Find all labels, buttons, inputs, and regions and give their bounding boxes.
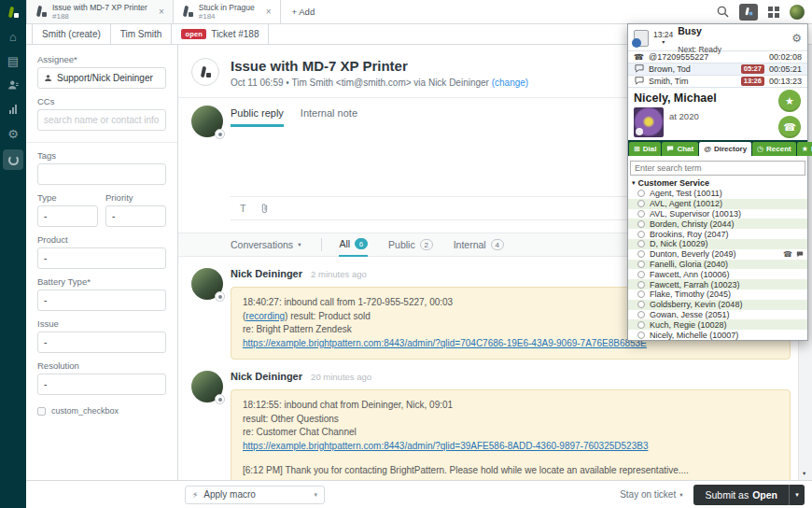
gear-icon: ⚙	[7, 127, 19, 141]
sidebar-item-admin[interactable]: ⚙	[0, 121, 26, 146]
directory-row[interactable]: Fawcett, Ann (10006)	[628, 269, 807, 279]
scroll-down-icon[interactable]: ▾	[803, 470, 805, 477]
session-row-call[interactable]: ☎ @17209555227 00:02:08	[628, 50, 807, 63]
radio-icon[interactable]	[637, 220, 645, 228]
chevron-down-icon[interactable]: ▾	[662, 39, 665, 46]
directory-row[interactable]: Fawcett, Farrah (10023)	[628, 279, 807, 289]
tab-public-reply[interactable]: Public reply	[231, 107, 284, 127]
agent-state-label[interactable]: Busy	[678, 25, 702, 36]
session-row-chat[interactable]: Brown, Tod 05:27 00:05:21	[628, 63, 807, 75]
ccs-input[interactable]	[37, 109, 166, 131]
conversations-tab-internal[interactable]: Internal 4	[454, 233, 504, 257]
issue-select[interactable]: -	[37, 332, 166, 353]
directory-row[interactable]: Gowan, Jesse (2051)	[628, 310, 807, 320]
subtab-smith-create[interactable]: Smith (create)	[32, 24, 111, 44]
widget-tab-recent[interactable]: ◷ Recent	[752, 142, 796, 156]
ticket-tab-188[interactable]: Issue with MD-7 XP Printer #188 ×	[26, 0, 174, 23]
directory-row[interactable]: D, Nick (10029)	[628, 239, 807, 249]
text-format-icon[interactable]: T	[240, 203, 246, 214]
favorite-contact-button[interactable]: ★	[778, 90, 801, 112]
radio-icon[interactable]	[637, 290, 645, 298]
admin-session-link[interactable]: https://example.brightpattern.com:8443/a…	[243, 440, 778, 454]
directory-row[interactable]: Dunton, Beverly (2049) ☎	[628, 249, 807, 260]
sidebar-item-home[interactable]: ⌂	[0, 24, 26, 49]
radio-icon[interactable]	[637, 332, 645, 339]
resolution-select[interactable]: -	[37, 374, 166, 395]
chevron-down-icon[interactable]: ▾	[298, 241, 301, 248]
gear-icon[interactable]: ⚙	[791, 32, 802, 45]
apply-macro-select[interactable]: ⚡ Apply macro ▾	[185, 486, 325, 504]
directory-row[interactable]: AVL, Supervisor (10013)	[628, 209, 807, 219]
sidebar-item-views[interactable]: ▤	[0, 49, 26, 73]
brightpattern-widget-toggle-button[interactable]	[739, 4, 758, 21]
divider	[321, 238, 322, 251]
brightpattern-agent-widget: 13:24 ▾ Busy Next: Ready ⚙ ☎ @1720955522…	[627, 23, 808, 341]
battery-type-select[interactable]: -	[37, 289, 166, 311]
subtab-ticket-188[interactable]: open Ticket #188	[171, 24, 269, 44]
radio-icon[interactable]	[637, 321, 645, 329]
sidebar-item-agent-widget[interactable]	[3, 149, 23, 170]
submit-as-open-button[interactable]: Submit as Open	[693, 485, 789, 505]
directory-row[interactable]: Kuch, Regie (10028)	[628, 319, 807, 330]
radio-icon[interactable]	[637, 281, 645, 289]
widget-tab-dial[interactable]: ⊞ Dial	[629, 142, 661, 156]
widget-tab-favorites[interactable]: ★ Favorites	[797, 142, 812, 156]
radio-icon[interactable]	[637, 240, 645, 247]
product-select[interactable]: -	[37, 247, 166, 269]
directory-row[interactable]: Fanelli, Gloria (2040)	[628, 260, 807, 270]
change-link[interactable]: (change)	[492, 78, 528, 88]
sidebar-item-reports[interactable]	[0, 97, 26, 121]
radio-icon[interactable]	[637, 271, 645, 278]
paperclip-icon[interactable]	[260, 203, 269, 214]
directory-row[interactable]: Agent, Test (10011)	[628, 189, 807, 199]
directory-row[interactable]: Flake, Timothy (2045)	[628, 289, 807, 300]
widget-tab-chat[interactable]: Chat	[662, 142, 698, 156]
custom-checkbox-row[interactable]: custom_checkbox	[37, 406, 166, 416]
assignee-field[interactable]: Support/Nick Deininger	[37, 67, 166, 89]
directory-group-header[interactable]: ▾ Customer Service	[628, 177, 807, 189]
priority-select[interactable]: -	[105, 205, 166, 227]
radio-icon[interactable]	[637, 250, 645, 258]
resolution-value: -	[44, 379, 47, 389]
agent-state-icon[interactable]	[634, 30, 649, 47]
add-tab-button[interactable]: + Add	[281, 0, 327, 23]
conversations-label[interactable]: Conversations	[231, 239, 293, 250]
close-icon[interactable]: ×	[159, 7, 164, 17]
conversations-tab-public[interactable]: Public 2	[388, 233, 433, 257]
checkbox-icon[interactable]	[37, 407, 46, 416]
directory-row[interactable]: Borden, Christy (2044)	[628, 219, 807, 229]
call-contact-button[interactable]: ☎	[778, 116, 801, 138]
tab-label: Dial	[643, 145, 657, 153]
stay-on-ticket-dropdown[interactable]: Stay on ticket ▾	[620, 489, 682, 500]
ticket-tab-184[interactable]: Stuck in Prague #184 ×	[174, 0, 281, 23]
tab-internal-note[interactable]: Internal note	[301, 107, 357, 127]
radio-icon[interactable]	[637, 200, 645, 207]
type-select[interactable]: -	[37, 205, 98, 227]
recording-link[interactable]: recording	[245, 311, 285, 321]
user-avatar[interactable]	[790, 5, 805, 20]
sidebar-item-customers[interactable]	[0, 73, 26, 97]
radio-icon[interactable]	[637, 311, 645, 318]
chat-bubble-icon[interactable]	[796, 251, 804, 258]
subtab-tim-smith[interactable]: Tim Smith	[110, 24, 173, 44]
conversations-tab-all[interactable]: All 6	[339, 233, 368, 257]
phone-icon[interactable]: ☎	[783, 250, 792, 259]
battery-type-label: Battery Type*	[37, 276, 166, 287]
tags-input[interactable]	[37, 163, 166, 185]
directory-row[interactable]: Goldsberry, Kevin (2048)	[628, 300, 807, 310]
widget-tab-directory[interactable]: @ Directory	[699, 142, 751, 156]
directory-row[interactable]: AVL, Agent (10012)	[628, 199, 807, 209]
directory-search-input[interactable]	[630, 161, 805, 176]
directory-row[interactable]: Nicely, Michelle (10007)	[628, 330, 807, 340]
radio-icon[interactable]	[637, 301, 645, 308]
radio-icon[interactable]	[637, 261, 645, 268]
directory-row[interactable]: Brookins, Roy (2047)	[628, 229, 807, 239]
apps-grid-icon[interactable]	[768, 7, 779, 18]
radio-icon[interactable]	[637, 210, 645, 218]
session-row-chat[interactable]: Smith, Tim 13:26 00:13:23	[628, 75, 807, 87]
radio-icon[interactable]	[637, 231, 645, 238]
search-icon[interactable]	[717, 6, 729, 18]
submit-dropdown-caret[interactable]: ▾	[789, 485, 805, 505]
radio-icon[interactable]	[637, 190, 645, 197]
close-icon[interactable]: ×	[266, 7, 272, 17]
